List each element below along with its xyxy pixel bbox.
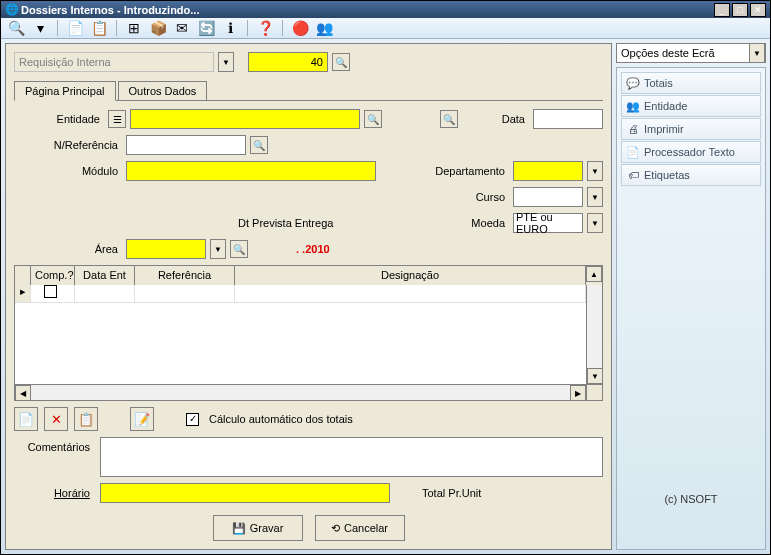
delete-row-button[interactable]: ✕: [44, 407, 68, 431]
doc-type-row: Requisição Interna ▼ 40 🔍: [14, 52, 603, 72]
auto-totals-checkbox[interactable]: ✓: [186, 413, 199, 426]
th-dataent[interactable]: Data Ent: [75, 266, 135, 285]
window-title: Dossiers Internos - Introduzindo...: [19, 4, 714, 16]
hscroll[interactable]: ◀ ▶: [14, 385, 603, 401]
scroll-left[interactable]: ◀: [15, 385, 31, 401]
option-processador[interactable]: 📄Processador Texto: [621, 141, 761, 163]
total-pr-label: Total Pr.Unit: [422, 487, 485, 499]
clipboard-icon[interactable]: 📋: [90, 19, 108, 37]
record-icon[interactable]: 🔴: [291, 19, 309, 37]
table-area: Comp.? Data Ent Referência Designação ▲ …: [14, 265, 603, 401]
maximize-button[interactable]: □: [732, 3, 748, 17]
new-row-button[interactable]: 📄: [14, 407, 38, 431]
nref-input[interactable]: [126, 135, 246, 155]
moeda-drop[interactable]: ▼: [587, 213, 603, 233]
entidade-lookup-2[interactable]: 🔍: [440, 110, 458, 128]
dropdown-icon[interactable]: ▾: [31, 19, 49, 37]
body: Requisição Interna ▼ 40 🔍 Página Princip…: [1, 39, 770, 554]
comp-checkbox[interactable]: [44, 285, 57, 298]
area-lookup[interactable]: 🔍: [230, 240, 248, 258]
option-totais[interactable]: 💬Totais: [621, 72, 761, 94]
area-input[interactable]: [126, 239, 206, 259]
option-entidade[interactable]: 👥Entidade: [621, 95, 761, 117]
scroll-up[interactable]: ▲: [586, 266, 602, 282]
dtprevista-value: . .2010: [296, 243, 330, 255]
save-label: Gravar: [250, 522, 284, 534]
nref-label: N/Referência: [14, 139, 122, 151]
doc-type-combo[interactable]: Requisição Interna: [14, 52, 214, 72]
entidade-label: Entidade: [14, 113, 104, 125]
save-icon: 💾: [232, 522, 246, 535]
horario-input[interactable]: [100, 483, 390, 503]
people-icon: 👥: [626, 99, 640, 113]
bottom-row: Horário Total Pr.Unit: [14, 483, 603, 503]
entidade-input[interactable]: [130, 109, 360, 129]
row-actions: 📄 ✕ 📋 📝 ✓ Cálculo automático dos totais: [14, 407, 603, 431]
dtprevista-label: Dt Prevista Entrega: [238, 217, 337, 229]
table-row[interactable]: ▸: [15, 285, 586, 303]
auto-totals-label: Cálculo automático dos totais: [209, 413, 353, 425]
print-icon: 🖨: [626, 122, 640, 136]
option-imprimir[interactable]: 🖨Imprimir: [621, 118, 761, 140]
doc-number-lookup[interactable]: 🔍: [332, 53, 350, 71]
modulo-input[interactable]: [126, 161, 376, 181]
data-input[interactable]: [533, 109, 603, 129]
doc-number[interactable]: 40: [248, 52, 328, 72]
doc-icon: 📄: [626, 145, 640, 159]
modulo-label: Módulo: [14, 165, 122, 177]
help-icon[interactable]: ❓: [256, 19, 274, 37]
refresh-icon[interactable]: 🔄: [197, 19, 215, 37]
tag-icon: 🏷: [626, 168, 640, 182]
form-area: Entidade ☰ 🔍 🔍 Data N/Referência 🔍: [14, 109, 603, 265]
th-desig[interactable]: Designação: [235, 266, 586, 285]
departamento-drop[interactable]: ▼: [587, 161, 603, 181]
nref-lookup[interactable]: 🔍: [250, 136, 268, 154]
main-window: 🌐 Dossiers Internos - Introduzindo... _ …: [0, 0, 771, 555]
close-button[interactable]: ✕: [750, 3, 766, 17]
vscroll[interactable]: ▼: [586, 285, 602, 384]
titlebar: 🌐 Dossiers Internos - Introduzindo... _ …: [1, 1, 770, 18]
curso-label: Curso: [476, 191, 509, 203]
tab-outros-dados[interactable]: Outros Dados: [118, 81, 208, 101]
screen-options-combo[interactable]: Opções deste Ecrã ▼: [616, 43, 766, 63]
scroll-right[interactable]: ▶: [570, 385, 586, 401]
main-panel: Requisição Interna ▼ 40 🔍 Página Princip…: [5, 43, 612, 550]
moeda-label: Moeda: [471, 217, 509, 229]
comments-input[interactable]: [100, 437, 603, 477]
doc-icon[interactable]: 📄: [66, 19, 84, 37]
info-icon[interactable]: ℹ: [221, 19, 239, 37]
area-drop[interactable]: ▼: [210, 239, 226, 259]
option-etiquetas[interactable]: 🏷Etiquetas: [621, 164, 761, 186]
table-body: ▸ ▼: [14, 285, 603, 385]
curso-drop[interactable]: ▼: [587, 187, 603, 207]
tabs: Página Principal Outros Dados: [14, 80, 603, 101]
departamento-input[interactable]: [513, 161, 583, 181]
minimize-button[interactable]: _: [714, 3, 730, 17]
entidade-lookup[interactable]: 🔍: [364, 110, 382, 128]
departamento-label: Departamento: [435, 165, 509, 177]
th-ref[interactable]: Referência: [135, 266, 235, 285]
users-icon[interactable]: 👥: [315, 19, 333, 37]
package-icon[interactable]: 📦: [149, 19, 167, 37]
horario-label[interactable]: Horário: [14, 487, 94, 499]
cancel-button[interactable]: ⟲ Cancelar: [315, 515, 405, 541]
save-button[interactable]: 💾 Gravar: [213, 515, 303, 541]
screen-options-drop[interactable]: ▼: [749, 43, 765, 63]
mail-icon[interactable]: ✉: [173, 19, 191, 37]
data-label: Data: [502, 113, 529, 125]
tab-pagina-principal[interactable]: Página Principal: [14, 81, 116, 101]
screen-options-label: Opções deste Ecrã: [617, 47, 749, 59]
curso-input[interactable]: [513, 187, 583, 207]
window-buttons: _ □ ✕: [714, 3, 766, 17]
doc-type-drop[interactable]: ▼: [218, 52, 234, 72]
right-panel: Opções deste Ecrã ▼ 💬Totais 👥Entidade 🖨I…: [616, 43, 766, 550]
edit-row-button[interactable]: 📋: [74, 407, 98, 431]
cancel-label: Cancelar: [344, 522, 388, 534]
moeda-input[interactable]: PTE ou EURO: [513, 213, 583, 233]
th-comp[interactable]: Comp.?: [31, 266, 75, 285]
detail-button[interactable]: 📝: [130, 407, 154, 431]
grid-icon[interactable]: ⊞: [125, 19, 143, 37]
scroll-down[interactable]: ▼: [587, 368, 603, 384]
search-icon[interactable]: 🔍: [7, 19, 25, 37]
entidade-list-icon[interactable]: ☰: [108, 110, 126, 128]
